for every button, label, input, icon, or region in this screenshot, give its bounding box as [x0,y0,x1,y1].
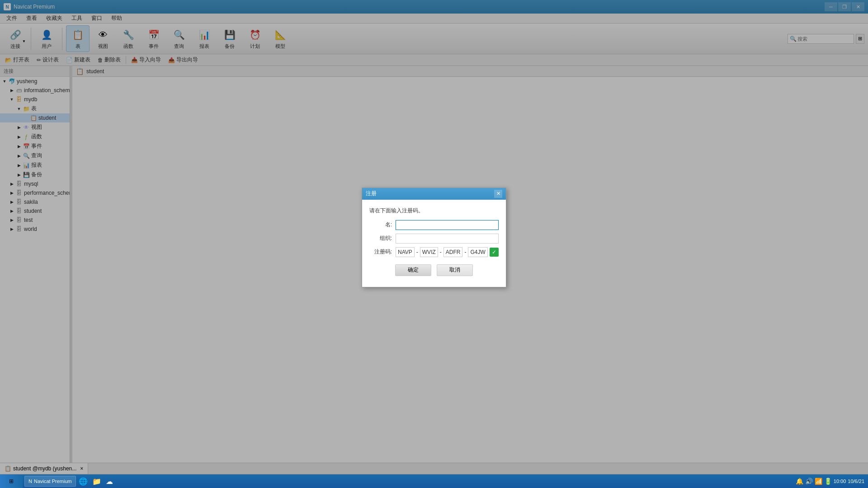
modal-register: 注册 ✕ 请在下面输入注册码。 名: 组织: 注册码: [362,188,506,287]
modal-cancel-button[interactable]: 取消 [437,264,473,276]
modal-overlay: 注册 ✕ 请在下面输入注册码。 名: 组织: 注册码: [0,0,868,474]
modal-name-label: 名: [369,221,392,229]
modal-confirm-button[interactable]: 确定 [395,264,431,276]
code-check-button[interactable]: ✓ [490,248,499,257]
taskbar-date: 10/6/21 [848,479,864,484]
code-segment-4: G4JW [468,247,487,257]
code-segment-2: WVIZ [420,247,438,257]
taskbar-time: 10:00 [834,479,846,484]
start-button[interactable]: ⊞ [0,474,23,488]
modal-org-row: 组织: [369,234,499,244]
taskbar-onedrive-icon[interactable]: ☁ [104,477,115,486]
code-sep-1: - [416,249,418,255]
code-segment-3: ADFR [443,247,463,257]
modal-name-input[interactable] [396,220,499,230]
modal-close-button[interactable]: ✕ [494,190,502,198]
tray-icon-3[interactable]: 📶 [815,478,822,485]
taskbar-navicat[interactable]: N Navicat Premium [24,476,76,487]
modal-org-label: 组织: [369,235,392,242]
modal-reg-row: 注册码: NAVP - WVIZ - ADFR - G4JW ✓ [369,247,499,257]
taskbar-navicat-icon: N [28,479,32,484]
modal-name-row: 名: [369,220,499,230]
modal-body: 请在下面输入注册码。 名: 组织: 注册码: NAVP - [362,200,506,287]
taskbar-explorer-icon[interactable]: 📁 [90,477,103,486]
taskbar: ⊞ N Navicat Premium 🌐 📁 ☁ 🔔 🔊 📶 🔋 10:00 … [0,474,868,488]
taskbar-ie-icon[interactable]: 🌐 [77,477,90,486]
modal-reg-label: 注册码: [369,248,392,256]
code-sep-3: - [464,249,466,255]
tray-icon-4[interactable]: 🔋 [824,478,832,485]
modal-description: 请在下面输入注册码。 [369,207,499,215]
modal-org-input[interactable] [396,234,499,244]
modal-buttons: 确定 取消 [369,264,499,280]
code-sep-2: - [440,249,442,255]
start-icon: ⊞ [9,478,14,484]
code-segment-1: NAVP [396,247,415,257]
taskbar-items: N Navicat Premium 🌐 📁 ☁ [23,474,792,488]
taskbar-navicat-label: Navicat Premium [34,479,72,484]
modal-form: 名: 组织: 注册码: NAVP - WVIZ - ADFR [369,220,499,257]
modal-code-row: NAVP - WVIZ - ADFR - G4JW ✓ [396,247,499,257]
modal-title: 注册 [366,190,377,197]
modal-title-bar: 注册 ✕ [362,188,506,200]
tray-icon-1[interactable]: 🔔 [796,478,803,485]
taskbar-tray: 🔔 🔊 📶 🔋 10:00 10/6/21 [792,478,868,485]
tray-icon-2[interactable]: 🔊 [805,478,813,485]
